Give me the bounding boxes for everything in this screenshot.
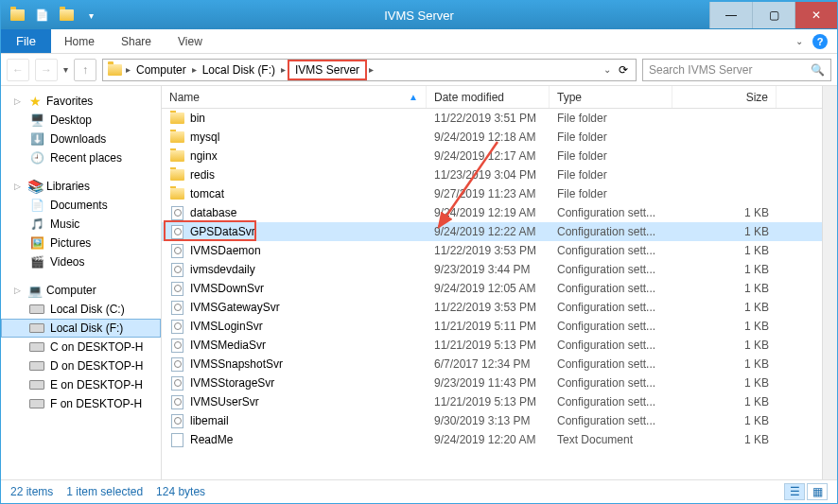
table-row[interactable]: IVMSDownSvr9/24/2019 12:05 AMConfigurati… [162, 279, 837, 298]
column-name[interactable]: Name▲ [162, 86, 427, 108]
address-dropdown-icon[interactable]: ⌄ [603, 64, 611, 75]
file-name: mysql [190, 130, 219, 144]
table-row[interactable]: IVMSGatewaySvr11/22/2019 3:53 PMConfigur… [162, 298, 837, 317]
sidebar-item-e-desktop-h[interactable]: E on DESKTOP-H [1, 375, 161, 394]
history-dropdown-icon[interactable]: ▾ [63, 64, 68, 75]
table-row[interactable]: IVMSDaemon11/22/2019 3:53 PMConfiguratio… [162, 241, 837, 260]
table-row[interactable]: IVMSMediaSvr11/21/2019 5:13 PMConfigurat… [162, 336, 837, 355]
table-row[interactable]: IVMSUserSvr11/21/2019 5:13 PMConfigurati… [162, 392, 837, 411]
sidebar-item-videos[interactable]: 🎬Videos [1, 252, 161, 271]
sidebar-item-pictures[interactable]: 🖼️Pictures [1, 234, 161, 252]
drive-icon [29, 358, 44, 374]
column-date[interactable]: Date modified [427, 86, 550, 108]
sidebar-item-c-desktop-h[interactable]: C on DESKTOP-H [1, 338, 161, 356]
ribbon-expand-icon[interactable]: ⌄ [795, 36, 803, 46]
sidebar-item-d-desktop-h[interactable]: D on DESKTOP-H [1, 356, 161, 375]
refresh-icon[interactable]: ⟳ [619, 63, 628, 77]
table-row[interactable]: mysql9/24/2019 12:18 AMFile folder [162, 128, 837, 147]
table-row[interactable]: database9/24/2019 12:19 AMConfiguration … [162, 203, 837, 222]
file-icon [169, 394, 184, 409]
back-button[interactable]: ← [7, 59, 29, 81]
file-type: Configuration sett... [550, 376, 672, 390]
file-type: Text Document [550, 433, 672, 446]
chevron-right-icon[interactable]: ▸ [367, 64, 375, 75]
main-area: ▷ ★ Favorites 🖥️Desktop ⬇️Downloads 🕘Rec… [1, 86, 837, 479]
sidebar-item-documents[interactable]: 📄Documents [1, 196, 161, 215]
table-row[interactable]: ReadMe9/24/2019 12:20 AMText Document1 K… [162, 430, 837, 449]
file-size: 1 KB [672, 282, 777, 295]
help-icon[interactable]: ? [812, 34, 828, 49]
file-type: Configuration sett... [550, 339, 672, 352]
address-bar[interactable]: ▸ Computer ▸ Local Disk (F:) ▸ IVMS Serv… [102, 59, 637, 81]
sidebar-item-desktop[interactable]: 🖥️Desktop [1, 111, 161, 130]
table-row[interactable]: tomcat9/27/2019 11:23 AMFile folder [162, 184, 837, 203]
column-type[interactable]: Type [550, 86, 672, 108]
file-name: IVMSDownSvr [190, 282, 264, 295]
sidebar-item-music[interactable]: 🎵Music [1, 215, 161, 234]
file-size: 1 KB [672, 395, 777, 408]
new-folder-icon[interactable] [56, 5, 77, 26]
vertical-scrollbar[interactable] [822, 86, 837, 479]
chevron-right-icon[interactable]: ▸ [190, 64, 199, 75]
file-icon [169, 167, 184, 182]
close-button[interactable]: ✕ [794, 2, 837, 28]
file-type: Configuration sett... [550, 357, 672, 371]
file-icon [169, 262, 184, 277]
collapse-icon: ▷ [14, 286, 24, 295]
view-tab[interactable]: View [165, 29, 216, 53]
drive-icon [29, 302, 44, 317]
table-row[interactable]: libemail9/30/2019 3:13 PMConfiguration s… [162, 411, 837, 430]
table-row[interactable]: bin11/22/2019 3:51 PMFile folder [162, 109, 837, 128]
documents-icon: 📄 [29, 198, 44, 213]
sidebar-item-f-desktop-h[interactable]: F on DESKTOP-H [1, 394, 161, 413]
icons-view-button[interactable]: ▦ [807, 483, 828, 500]
window-controls: — ▢ ✕ [709, 2, 837, 28]
drive-icon [29, 377, 44, 392]
libraries-header[interactable]: ▷ 📚 Libraries [1, 177, 161, 196]
properties-icon[interactable]: 📄 [31, 5, 52, 26]
table-row[interactable]: redis11/23/2019 3:04 PMFile folder [162, 165, 837, 184]
file-name: tomcat [190, 187, 224, 200]
table-row[interactable]: nginx9/24/2019 12:17 AMFile folder [162, 147, 837, 165]
table-row[interactable]: IVMSLoginSvr11/21/2019 5:11 PMConfigurat… [162, 317, 837, 336]
computer-header[interactable]: ▷ 💻 Computer [1, 281, 161, 300]
crumb-local-disk-f[interactable]: Local Disk (F:) [199, 60, 279, 80]
table-row[interactable]: IVMSSnapshotSvr6/7/2017 12:34 PMConfigur… [162, 355, 837, 374]
status-bytes: 124 bytes [156, 485, 205, 498]
favorites-header[interactable]: ▷ ★ Favorites [1, 92, 161, 111]
search-input[interactable]: Search IVMS Server 🔍 [642, 59, 831, 81]
column-size[interactable]: Size [672, 86, 777, 108]
file-size: 1 KB [672, 225, 777, 238]
forward-button[interactable]: → [35, 59, 58, 81]
chevron-right-icon[interactable]: ▸ [124, 64, 132, 75]
pictures-icon: 🖼️ [29, 235, 44, 251]
file-date: 11/21/2019 5:11 PM [427, 320, 550, 333]
file-icon [169, 375, 184, 391]
chevron-right-icon[interactable]: ▸ [279, 64, 288, 75]
maximize-button[interactable]: ▢ [752, 2, 794, 28]
share-tab[interactable]: Share [108, 29, 165, 53]
details-view-button[interactable]: ☰ [784, 483, 805, 500]
file-icon [169, 300, 184, 315]
qat-dropdown-icon[interactable]: ▾ [80, 5, 101, 26]
collapse-icon: ▷ [14, 96, 24, 106]
up-button[interactable]: ↑ [74, 59, 96, 81]
recent-icon: 🕘 [29, 150, 44, 165]
sidebar-item-recent[interactable]: 🕘Recent places [1, 148, 161, 167]
sidebar-item-downloads[interactable]: ⬇️Downloads [1, 130, 161, 148]
crumb-ivms-server[interactable]: IVMS Server [288, 60, 367, 80]
computer-icon: 💻 [27, 283, 43, 298]
file-tab[interactable]: File [1, 29, 51, 53]
file-date: 9/24/2019 12:20 AM [427, 433, 550, 446]
crumb-computer[interactable]: Computer [132, 60, 190, 80]
table-row[interactable]: ivmsdevdaily9/23/2019 3:44 PMConfigurati… [162, 260, 837, 279]
sidebar-item-local-disk-c[interactable]: Local Disk (C:) [1, 300, 161, 319]
table-row[interactable]: IVMSStorageSvr9/23/2019 11:43 PMConfigur… [162, 374, 837, 392]
table-row[interactable]: GPSDataSvr9/24/2019 12:22 AMConfiguratio… [162, 222, 837, 241]
file-icon [169, 432, 184, 447]
sidebar-item-local-disk-f[interactable]: Local Disk (F:) [1, 319, 161, 338]
file-date: 11/21/2019 5:13 PM [427, 395, 550, 408]
file-size: 1 KB [672, 301, 777, 314]
home-tab[interactable]: Home [51, 29, 108, 53]
minimize-button[interactable]: — [709, 2, 752, 28]
